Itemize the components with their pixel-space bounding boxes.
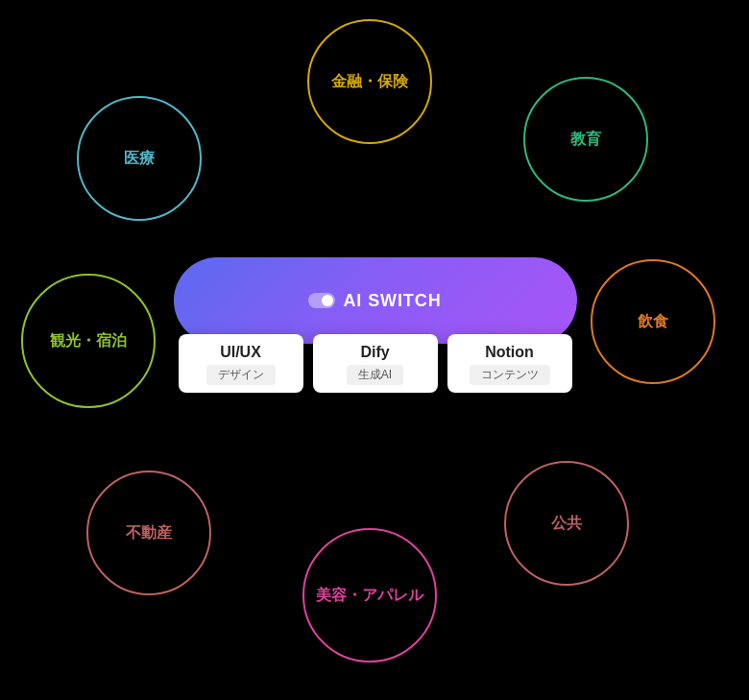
medical-label: 医療 xyxy=(124,149,155,169)
ai-switch-pill: AI SWITCH xyxy=(174,257,577,344)
tool-dify-title: Dify xyxy=(360,344,389,361)
finance-label: 金融・保険 xyxy=(331,72,408,92)
tool-cards: UI/UX デザイン Dify 生成AI Notion コンテンツ xyxy=(174,334,577,393)
ai-switch-wrapper: AI SWITCH UI/UX デザイン Dify 生成AI Notion コン… xyxy=(171,257,579,393)
circle-tourism: 観光・宿泊 xyxy=(21,274,156,408)
tool-card-dify: Dify 生成AI xyxy=(313,334,438,393)
education-label: 教育 xyxy=(570,130,601,150)
circle-food: 飲食 xyxy=(591,259,715,384)
ai-switch-text: AI SWITCH xyxy=(343,291,441,311)
food-label: 飲食 xyxy=(638,312,668,332)
circle-medical: 医療 xyxy=(77,96,202,221)
tool-notion-title: Notion xyxy=(485,344,534,361)
circle-education: 教育 xyxy=(523,77,648,202)
tool-dify-subtitle: 生成AI xyxy=(347,365,403,385)
circle-finance: 金融・保険 xyxy=(307,19,432,144)
circle-public: 公共 xyxy=(504,461,629,586)
tool-notion-subtitle: コンテンツ xyxy=(470,365,550,385)
tool-card-notion: Notion コンテンツ xyxy=(447,334,572,393)
tourism-label: 観光・宿泊 xyxy=(50,331,127,351)
tool-uiux-subtitle: デザイン xyxy=(206,365,276,385)
ai-switch-label: AI SWITCH xyxy=(308,291,441,311)
circle-realestate: 不動産 xyxy=(86,471,211,595)
diagram-container: 金融・保険 医療 教育 観光・宿泊 飲食 不動産 公共 美容・アパレル AI S… xyxy=(0,0,749,700)
switch-icon xyxy=(308,293,335,308)
circle-beauty: 美容・アパレル xyxy=(302,528,437,663)
tool-uiux-title: UI/UX xyxy=(220,344,261,361)
public-label: 公共 xyxy=(551,514,582,534)
realestate-label: 不動産 xyxy=(126,523,172,543)
tool-card-uiux: UI/UX デザイン xyxy=(179,334,303,393)
beauty-label: 美容・アパレル xyxy=(316,586,423,606)
